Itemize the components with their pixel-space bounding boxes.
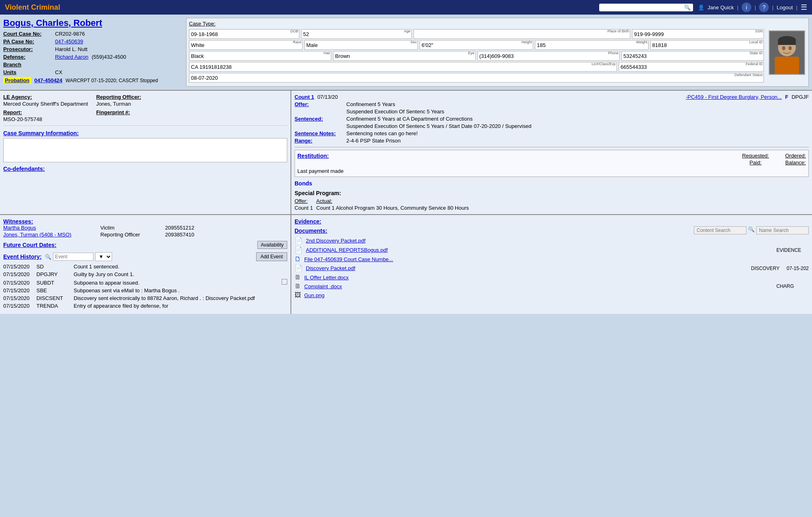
doc-name-4[interactable]: IL Offer Letter.docx [304, 274, 773, 281]
count1-charge[interactable]: -PC459 - First Degree Burglary, Person..… [686, 94, 782, 100]
phone-value: (314)609-9083 [479, 52, 618, 59]
menu-button[interactable]: ☰ [801, 3, 807, 12]
probation-case[interactable]: 047-450424 [34, 77, 62, 83]
user-name: Jane Quick [708, 4, 734, 11]
event-date-2: 07/15/2020 [3, 280, 32, 286]
event-history-header: Event History: 🔍 ▼ Add Event [3, 252, 287, 261]
pa-case-row: PA Case No: 047-450639 [3, 38, 181, 45]
special-program-section: Special Program: Offer: Count 1 Actual: … [295, 190, 809, 211]
witness-name-0[interactable]: Martha Bogus [3, 225, 92, 231]
doc-row-4: 🗎 IL Offer Letter.docx [295, 274, 809, 281]
hair-field: Hair Black [189, 51, 331, 61]
header-search-input[interactable] [602, 4, 683, 11]
race-field: Race White [189, 40, 303, 50]
offer-value2: Suspended Execution Of Sentenc 5 Years [346, 109, 809, 115]
event-date-1: 07/15/2020 [3, 271, 32, 277]
defendant-left: Bogus, Charles, Robert Court Case No: CR… [3, 18, 181, 87]
doc-date-3: 07-15-202 [787, 266, 809, 271]
event-row-0: 07/15/2020 SD Count 1 sentenced. [3, 264, 287, 270]
defense-name[interactable]: Richard Aaron [55, 54, 88, 60]
paid-label: Paid: [742, 160, 769, 166]
doc-name-3[interactable]: Discovery Packet.pdf [306, 265, 748, 271]
separator: | [737, 4, 738, 11]
documents-section: Documents: 🔍 📄 2nd Discovery Packet.pdf … [295, 226, 809, 299]
sp-offer-label: Offer: [295, 198, 313, 204]
doc-name-6[interactable]: Gun.png [304, 292, 773, 298]
restitution-title[interactable]: Restitution: [297, 153, 329, 159]
event-row-1: 07/15/2020 DPGJRY Guilty by Jury on Coun… [3, 271, 287, 277]
doc-name-0[interactable]: 2nd Discovery Packet.pdf [306, 238, 773, 244]
doc-name-5[interactable]: Complaint .docx [304, 283, 773, 289]
photo-placeholder [769, 30, 805, 75]
defendant-name[interactable]: Bogus, Charles, Robert [3, 18, 181, 28]
place-of-birth-field: Place of Birth [413, 29, 631, 39]
pdf-icon-0: 📄 [295, 237, 303, 245]
help-icon[interactable]: ? [759, 2, 769, 12]
sentenced-row: Sentenced: Confinement 5 Years at CA Dep… [295, 116, 809, 122]
sp-actual-label: Actual: [316, 198, 469, 204]
defendant-photo [769, 30, 805, 75]
doc-row-1: 📄 ADDITIONAL REPORTSBogus.pdf EVIDENCE [295, 246, 809, 254]
event-desc-4: Discovery sent electronically to 88782 A… [74, 295, 287, 301]
co-defendants-title[interactable]: Co-defendants: [3, 166, 45, 172]
range-value: 2-4-6 PSP State Prison [346, 138, 809, 144]
defendant-status-field: Defendant Status 08-07-2020 [189, 73, 764, 83]
doc-row-2: 🗋 File 047-450639 Court Case Numbe... [295, 255, 809, 263]
case-type-label: Case Type: [189, 21, 216, 27]
event-code-5: TRENDA [36, 303, 69, 309]
probation-badge[interactable]: Probation [3, 77, 31, 84]
count1-label[interactable]: Count 1 [295, 94, 314, 100]
le-agency-value: Merced County Sheriff's Department [3, 101, 88, 107]
lic-field: Lic#/Class/Exp CA 19191818238 [189, 62, 617, 72]
logout-link[interactable]: Logout [777, 4, 793, 11]
pa-case-label: PA Case No: [3, 38, 52, 45]
hair-value: Black [191, 52, 329, 59]
event-history-section: Event History: 🔍 ▼ Add Event 07/15/2020 … [3, 252, 287, 309]
sex-field: Sex Male [304, 40, 418, 50]
case-summary-title[interactable]: Case Summary Information: [3, 130, 79, 136]
event-search-input[interactable] [53, 253, 93, 261]
svg-point-5 [782, 46, 785, 50]
co-defendants-section: Co-defendants: [3, 166, 287, 172]
pa-case-value[interactable]: 047-450639 [55, 38, 83, 45]
doc-name-1[interactable]: ADDITIONAL REPORTSBogus.pdf [306, 247, 773, 253]
age-label: Age [404, 30, 411, 33]
docx-icon-4: 🗎 [295, 274, 301, 281]
future-court-dates-title[interactable]: Future Court Dates: [3, 242, 56, 248]
documents-title[interactable]: Documents: [295, 228, 327, 234]
availability-button[interactable]: Availability [257, 241, 287, 249]
event-code-3: SBE [36, 287, 69, 294]
add-event-button[interactable]: Add Event [256, 252, 287, 261]
event-history-title[interactable]: Event History: [3, 253, 42, 260]
witness-name-1[interactable]: Jones, Turman (5408 - MSO) [3, 232, 92, 238]
defendant-right: Case Type: DOB 09-18-1968 Age 52 Place o… [186, 18, 809, 87]
ordered-label: Ordered: [785, 153, 806, 159]
event-type-dropdown[interactable]: ▼ [95, 252, 112, 261]
witnesses-title[interactable]: Witnesses: [3, 218, 33, 225]
event-search-area: 🔍 ▼ [45, 252, 253, 261]
search-icon[interactable]: 🔍 [684, 4, 691, 11]
info-icon[interactable]: i [742, 2, 751, 12]
offer-row2: Suspended Execution Of Sentenc 5 Years [295, 109, 809, 115]
evidence-title[interactable]: Evidence: [295, 218, 321, 225]
weight-field: Weight 185 [535, 40, 649, 50]
event-check-2[interactable] [282, 279, 287, 285]
bio-row-2: Race White Sex Male Height 6'02" Weight … [189, 40, 806, 50]
doc-name-2[interactable]: File 047-450639 Court Case Numbe... [304, 256, 773, 262]
evidence-section: Evidence: [295, 218, 809, 225]
dob-field: DOB 09-18-1968 [189, 29, 299, 39]
witness-row-0: Martha Bogus Victim 2095551212 [3, 225, 287, 231]
event-desc-2: Subpoena to appear issued. [74, 280, 277, 286]
eye-label: Eye [468, 51, 475, 55]
restitution-cols: Requested: Paid: Ordered: Balance: [742, 153, 806, 166]
bio-row-4: Lic#/Class/Exp CA 19191818238 Federal ID… [189, 62, 806, 72]
case-summary-section: Case Summary Information: [3, 130, 287, 162]
content-search-input[interactable] [694, 226, 746, 234]
bio-row-3: Hair Black Eye Brown Phone (314)609-9083… [189, 51, 806, 61]
units-row: Units CX [3, 69, 181, 75]
sentenced-value2: Suspended Execution Of Sentenc 5 Years /… [346, 123, 809, 129]
user-icon: 👤 [698, 4, 704, 11]
content-search-icon[interactable]: 🔍 [748, 226, 755, 234]
name-search-input[interactable] [756, 226, 809, 234]
state-id-field: State ID 53245243 [621, 51, 764, 61]
